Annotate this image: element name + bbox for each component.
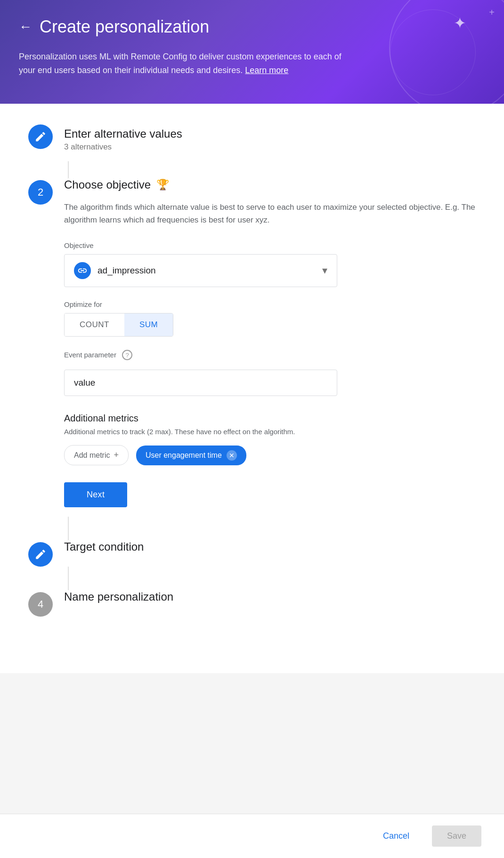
step-4-number: 4	[38, 598, 43, 610]
step-2-icon: 2	[28, 180, 53, 205]
step-2-row: 2 Choose objective 🏆 The algorithm finds…	[28, 178, 476, 517]
dropdown-arrow-icon: ▾	[322, 264, 327, 277]
objective-label: Objective	[64, 241, 476, 249]
step-2-description: The algorithm finds which alternate valu…	[64, 201, 476, 226]
step-connector-3	[57, 567, 476, 590]
objective-dropdown[interactable]: ad_impression ▾	[64, 254, 337, 287]
step-4-content: Name personalization	[64, 590, 476, 615]
step-4-icon: 4	[28, 592, 53, 617]
add-metric-button[interactable]: Add metric +	[64, 445, 129, 465]
additional-metrics-desc: Additional metrics to track (2 max). The…	[64, 428, 476, 436]
step-4-row: 4 Name personalization	[28, 590, 476, 617]
step-1-title: Enter alternative values	[64, 123, 476, 140]
trophy-icon: 🏆	[156, 179, 169, 191]
pencil-icon-step3	[34, 548, 47, 561]
star-decoration-2: +	[489, 7, 495, 18]
star-decoration-1: ✦	[454, 14, 466, 32]
event-param-section: Event parameter ?	[64, 350, 476, 396]
steps-container: Enter alternative values 3 alternatives …	[0, 104, 504, 617]
step-connector-1	[57, 161, 476, 178]
step-3-title: Target condition	[64, 540, 476, 553]
chip-close-button[interactable]: ✕	[227, 450, 237, 461]
step-1-row: Enter alternative values 3 alternatives	[28, 123, 476, 161]
step-3-icon	[28, 542, 53, 567]
step-1-subtitle: 3 alternatives	[64, 142, 476, 152]
event-param-input[interactable]	[64, 370, 337, 396]
link-icon	[77, 265, 88, 276]
page-title: Create personalization	[40, 17, 209, 37]
step-2-content: Choose objective 🏆 The algorithm finds w…	[64, 178, 476, 517]
step-2-title: Choose objective 🏆	[64, 178, 476, 191]
step-connector-2	[57, 517, 476, 540]
event-param-label-row: Event parameter ?	[64, 350, 476, 360]
back-button[interactable]: ←	[19, 19, 32, 34]
step-3-content: Target condition	[64, 540, 476, 565]
count-button[interactable]: COUNT	[65, 314, 124, 336]
save-button: Save	[432, 825, 481, 847]
help-icon[interactable]: ?	[122, 350, 132, 360]
metric-chip-user-engagement: User engagement time ✕	[136, 446, 246, 465]
main-content: Enter alternative values 3 alternatives …	[0, 104, 504, 673]
step-1-content: Enter alternative values 3 alternatives	[64, 123, 476, 161]
additional-metrics-section: Additional metrics Additional metrics to…	[64, 413, 476, 465]
learn-more-link[interactable]: Learn more	[245, 66, 288, 75]
step-2-number: 2	[38, 186, 43, 198]
optimize-label: Optimize for	[64, 300, 476, 308]
additional-metrics-title: Additional metrics	[64, 413, 476, 424]
step-3-row: Target condition	[28, 540, 476, 567]
header: ✦ + ← Create personalization Personaliza…	[0, 0, 504, 104]
header-back-row: ← Create personalization	[19, 17, 485, 37]
step-4-title: Name personalization	[64, 590, 476, 603]
optimize-section: Optimize for COUNT SUM	[64, 300, 476, 337]
next-button[interactable]: Next	[64, 482, 127, 507]
optimize-toggle-group: COUNT SUM	[64, 313, 173, 337]
objective-icon	[74, 262, 91, 279]
footer: Cancel Save	[0, 814, 504, 858]
step-1-icon	[28, 124, 53, 149]
plus-icon: +	[114, 450, 119, 460]
pencil-icon	[34, 131, 47, 143]
objective-value: ad_impression	[98, 265, 156, 276]
step-2-body: The algorithm finds which alternate valu…	[64, 201, 476, 507]
sum-button[interactable]: SUM	[124, 314, 173, 336]
add-metric-label: Add metric	[74, 451, 110, 460]
event-param-label: Event parameter	[64, 351, 116, 359]
footer-spacer	[0, 617, 504, 673]
cancel-button[interactable]: Cancel	[372, 825, 421, 847]
metric-chip-label: User engagement time	[146, 451, 222, 460]
header-description: Personalization uses ML with Remote Conf…	[19, 50, 349, 77]
metrics-row: Add metric + User engagement time ✕	[64, 445, 476, 465]
